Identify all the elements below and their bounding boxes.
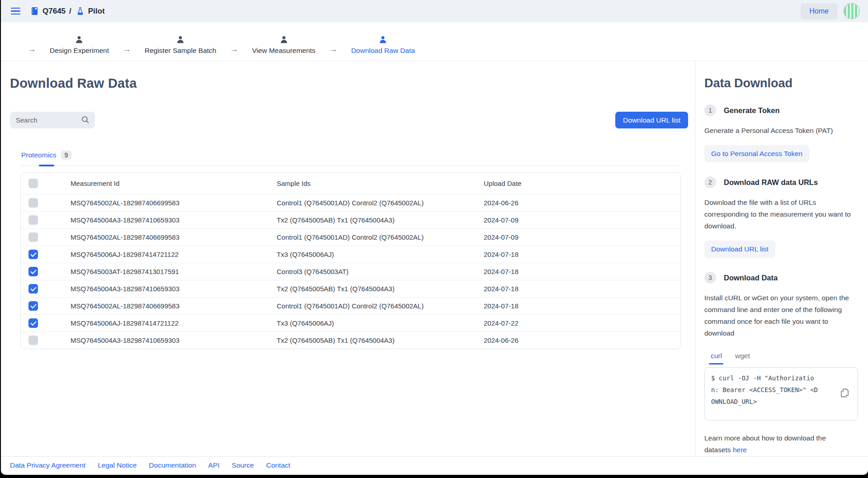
step-arrow-icon: → bbox=[123, 44, 131, 54]
cell-sample-ids: Tx3 (Q7645006AJ) bbox=[277, 319, 484, 327]
tab-wget[interactable]: wget bbox=[735, 352, 750, 364]
footer-link[interactable]: API bbox=[208, 461, 220, 469]
cell-measurement-id: MSQ7645004A3-182987410659303 bbox=[71, 336, 277, 344]
cell-upload-date: 2024-07-22 bbox=[484, 319, 680, 327]
sidebar-title: Data Download bbox=[704, 76, 858, 90]
footer-link[interactable]: Documentation bbox=[149, 461, 196, 469]
cell-upload-date: 2024-07-18 bbox=[484, 251, 680, 258]
cell-sample-ids: Control1 (Q7645001AD) Control2 (Q7645002… bbox=[277, 233, 484, 241]
row-checkbox[interactable] bbox=[28, 267, 38, 276]
row-checkbox[interactable] bbox=[28, 318, 38, 328]
avatar[interactable] bbox=[843, 3, 860, 19]
person-icon bbox=[176, 35, 185, 44]
step-title: Download Data bbox=[724, 274, 778, 282]
table-row: MSQ7645004A3-182987410659303 Tx2 (Q76450… bbox=[21, 280, 680, 297]
cell-measurement-id: MSQ7645002AL-182987406699583 bbox=[71, 199, 277, 207]
project-code[interactable]: Q7645 bbox=[42, 7, 66, 16]
copy-icon[interactable] bbox=[839, 387, 851, 401]
footer-link[interactable]: Contact bbox=[266, 461, 290, 469]
stepper-step[interactable]: Design Experiment bbox=[50, 35, 109, 55]
tab-count-badge: 9 bbox=[61, 151, 72, 160]
footer-link[interactable]: Legal Notice bbox=[98, 461, 137, 469]
tab-label: Proteomics bbox=[21, 151, 57, 159]
page-title: Download Raw Data bbox=[10, 76, 688, 91]
table-row: MSQ7645006AJ-182987414721122 Tx3 (Q76450… bbox=[21, 314, 680, 331]
person-icon bbox=[75, 35, 84, 44]
breadcrumb-separator: / bbox=[69, 7, 71, 16]
table-row: MSQ7645002AL-182987406699583 Control1 (Q… bbox=[21, 194, 680, 211]
step-label: View Measurements bbox=[252, 47, 315, 55]
person-icon bbox=[378, 35, 387, 44]
step-label: Download Raw Data bbox=[351, 47, 415, 55]
tab-proteomics[interactable]: Proteomics 9 bbox=[20, 151, 72, 166]
cell-sample-ids: Tx2 (Q7645005AB) Tx1 (Q7645004A3) bbox=[277, 216, 484, 224]
notebook-icon bbox=[30, 6, 39, 16]
cell-measurement-id: MSQ7645006AJ-182987414721122 bbox=[71, 319, 277, 327]
table-row: MSQ7645006AJ-182987414721122 Tx3 (Q76450… bbox=[21, 246, 680, 263]
menu-icon[interactable] bbox=[11, 8, 20, 15]
code-snippet: $ curl -OJ -H "Authorization: Bearer <AC… bbox=[711, 372, 819, 407]
learn-more-text: Learn more about how to download the dat… bbox=[704, 432, 840, 456]
main-panel: Download Raw Data Download URL list Prot… bbox=[1, 61, 695, 456]
step-title: Generate Token bbox=[724, 106, 779, 115]
footer-link[interactable]: Source bbox=[232, 461, 254, 469]
footer-link[interactable]: Data Privacy Agreement bbox=[10, 461, 85, 469]
row-checkbox[interactable] bbox=[28, 301, 38, 311]
step-action-button[interactable]: Download URL list bbox=[704, 241, 775, 258]
row-checkbox[interactable] bbox=[28, 336, 38, 345]
breadcrumb: Q7645 / Pilot bbox=[30, 6, 105, 16]
footer: Data Privacy Agreement Legal Notice Docu… bbox=[1, 456, 868, 475]
row-checkbox[interactable] bbox=[28, 215, 38, 225]
cell-measurement-id: MSQ7645002AL-182987406699583 bbox=[71, 302, 277, 310]
step-arrow-icon: → bbox=[329, 44, 338, 54]
tabs-row: Proteomics 9 bbox=[20, 151, 681, 166]
row-checkbox[interactable] bbox=[28, 198, 38, 208]
cell-sample-ids: Control1 (Q7645001AD) Control2 (Q7645002… bbox=[277, 302, 484, 310]
table-row: MSQ7645002AL-182987406699583 Control1 (Q… bbox=[21, 228, 680, 246]
code-tabs: curl wget bbox=[711, 352, 858, 364]
learn-more-link[interactable]: here bbox=[733, 446, 747, 454]
workflow-stepper: → Design Experiment → Register Sample Ba… bbox=[1, 22, 868, 61]
stepper-step[interactable]: View Measurements bbox=[252, 35, 315, 55]
step-number-badge: 1 bbox=[704, 104, 716, 116]
stepper-step[interactable]: Register Sample Batch bbox=[145, 35, 217, 55]
person-icon bbox=[279, 35, 288, 44]
tab-curl[interactable]: curl bbox=[711, 352, 722, 364]
experiment-name[interactable]: Pilot bbox=[88, 7, 105, 16]
cell-measurement-id: MSQ7645004A3-182987410659303 bbox=[71, 285, 277, 293]
row-checkbox[interactable] bbox=[28, 284, 38, 293]
step-arrow-icon: → bbox=[230, 44, 238, 54]
app-window: Q7645 / Pilot Home → Design Experiment bbox=[1, 0, 868, 475]
code-snippet-box: $ curl -OJ -H "Authorization: Bearer <AC… bbox=[704, 367, 858, 421]
table-row: MSQ7645003AT-182987413017591 Control3 (Q… bbox=[21, 263, 680, 280]
cell-measurement-id: MSQ7645004A3-182987410659303 bbox=[71, 216, 277, 224]
cell-upload-date: 2024-07-18 bbox=[484, 268, 680, 275]
cell-upload-date: 2024-07-18 bbox=[484, 285, 680, 293]
stepper-step[interactable]: Download Raw Data bbox=[351, 35, 415, 55]
cell-sample-ids: Control3 (Q7645003AT) bbox=[277, 268, 484, 275]
cell-upload-date: 2024-07-18 bbox=[484, 302, 680, 310]
home-button[interactable]: Home bbox=[801, 3, 837, 19]
cell-sample-ids: Tx2 (Q7645005AB) Tx1 (Q7645004A3) bbox=[277, 336, 484, 344]
step-description: Download the file with a list of URLs co… bbox=[704, 197, 858, 232]
row-checkbox[interactable] bbox=[28, 232, 38, 242]
row-checkbox[interactable] bbox=[28, 250, 38, 259]
topbar: Q7645 / Pilot Home bbox=[1, 0, 868, 22]
cell-upload-date: 2024-06-26 bbox=[484, 199, 680, 207]
cell-sample-ids: Tx2 (Q7645005AB) Tx1 (Q7645004A3) bbox=[277, 285, 484, 293]
select-all-checkbox[interactable] bbox=[28, 179, 38, 188]
column-header-upload-date: Upload Date bbox=[484, 180, 680, 187]
step-action-button[interactable]: Go to Personal Access Token bbox=[704, 145, 809, 162]
step-label: Design Experiment bbox=[50, 47, 109, 55]
cell-measurement-id: MSQ7645006AJ-182987414721122 bbox=[71, 251, 277, 258]
table-header-row: Measurement Id Sample Ids Upload Date bbox=[21, 173, 680, 194]
download-url-list-button[interactable]: Download URL list bbox=[615, 112, 688, 128]
flask-icon bbox=[76, 6, 85, 16]
sidebar-step: 2 Download RAW data URLs Download the fi… bbox=[704, 176, 858, 258]
cell-measurement-id: MSQ7645002AL-182987406699583 bbox=[71, 233, 277, 241]
measurements-table: Measurement Id Sample Ids Upload Date MS… bbox=[20, 172, 681, 349]
table-row: MSQ7645004A3-182987410659303 Tx2 (Q76450… bbox=[21, 331, 680, 349]
step-number-badge: 2 bbox=[704, 176, 716, 188]
table-row: MSQ7645002AL-182987406699583 Control1 (Q… bbox=[21, 297, 680, 314]
cell-upload-date: 2024-07-09 bbox=[484, 216, 680, 224]
